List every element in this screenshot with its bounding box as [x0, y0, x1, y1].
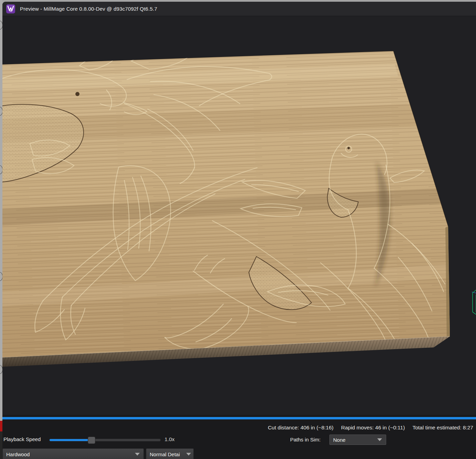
preview-window: Preview - MillMage Core 0.8.00-Dev @ d93… — [2, 2, 476, 459]
millmage-logo-icon — [6, 4, 15, 13]
chevron-down-icon — [377, 438, 382, 441]
background-red-strip — [0, 421, 2, 431]
material-dropdown[interactable]: Hardwood — [2, 448, 144, 459]
background-sketch — [0, 0, 2, 421]
chevron-down-icon — [186, 453, 191, 456]
chevron-down-icon — [135, 453, 140, 456]
playback-speed-value: 1.0x — [165, 436, 174, 442]
stat-cut-distance: Cut distance: 406 in (~8:16) — [268, 425, 334, 431]
wood-carving-render — [2, 16, 476, 415]
material-value: Hardwood — [3, 451, 135, 457]
simulation-progress-bar[interactable] — [2, 417, 476, 419]
simulation-progress-fill — [2, 417, 476, 419]
slider-handle[interactable] — [88, 437, 95, 444]
control-panel: Cut distance: 406 in (~8:16) Rapid moves… — [2, 415, 476, 459]
detail-dropdown[interactable]: Normal Detai — [146, 448, 194, 459]
playback-speed-slider[interactable] — [49, 439, 161, 441]
paths-in-sim-value: None — [330, 437, 377, 443]
stat-rapid-moves: Rapid moves: 46 in (~0:11) — [341, 425, 405, 431]
background-dark-strip — [0, 431, 2, 459]
simulation-viewport[interactable] — [2, 16, 476, 415]
detail-value: Normal Detai — [146, 451, 186, 457]
title-bar: Preview - MillMage Core 0.8.00-Dev @ d93… — [2, 2, 476, 16]
simulation-stats: Cut distance: 406 in (~8:16) Rapid moves… — [268, 425, 473, 431]
window-title: Preview - MillMage Core 0.8.00-Dev @ d93… — [20, 6, 157, 12]
stat-total-time: Total time estimated: 8:27 — [412, 425, 473, 431]
paths-in-sim-label: Paths in Sim: — [290, 437, 320, 442]
slider-fill — [50, 439, 92, 441]
paths-in-sim-dropdown[interactable]: None — [329, 435, 386, 445]
orientation-cube-icon[interactable] — [472, 290, 476, 314]
playback-speed-label: Playback Speed — [3, 436, 41, 442]
